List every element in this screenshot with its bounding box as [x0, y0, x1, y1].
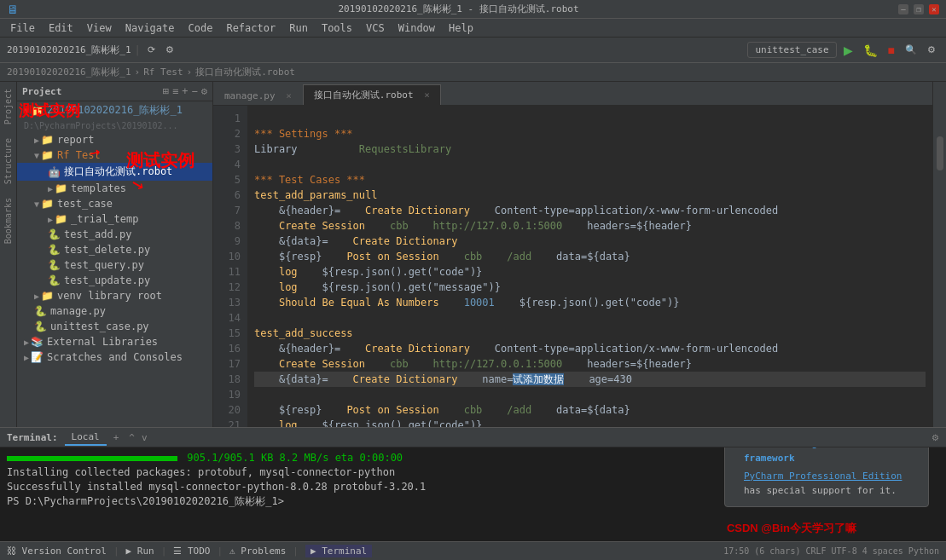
- terminal-content[interactable]: 905.1/905.1 KB 8.2 MB/s eta 0:00:00 Inst…: [0, 447, 946, 541]
- file-robot-icon: 🤖: [48, 166, 61, 178]
- tree-report[interactable]: ▶ 📁 report: [17, 132, 212, 147]
- tree-rftest[interactable]: ▼ 📁 Rf Test: [17, 147, 212, 163]
- statusbar-run[interactable]: ▶ Run: [126, 546, 154, 557]
- notification-link[interactable]: PyCharm Professional Edition: [744, 471, 902, 482]
- terminal-header: Terminal: Local + ^ v ⚙: [0, 427, 946, 447]
- tree-label-venv: venv library root: [57, 290, 162, 302]
- tree-label-templates: templates: [71, 182, 126, 194]
- breadcrumb-root[interactable]: 20190102020216_陈彬彬_1: [7, 66, 131, 78]
- tab-manage-py[interactable]: manage.py ×: [213, 86, 303, 105]
- tree-label-test-add: test_add.py: [64, 228, 131, 240]
- toolbar-settings-button[interactable]: ⚙: [162, 43, 177, 57]
- tree-label-trial: _trial_temp: [71, 213, 138, 225]
- restore-button[interactable]: ❐: [914, 4, 924, 14]
- folder-extlibs-icon: 📚: [31, 336, 44, 348]
- sidebar-gear-icon[interactable]: ⚙: [201, 85, 207, 97]
- toolbar-sync-button[interactable]: ⟳: [144, 43, 159, 57]
- file-unittest-icon: 🐍: [34, 320, 47, 332]
- run-config-label: unittest_case: [747, 42, 836, 58]
- tree-testcase[interactable]: ▼ 📁 test_case: [17, 196, 212, 211]
- tree-label-scratches: Scratches and Consoles: [47, 351, 183, 363]
- left-tab-bookmarks[interactable]: Bookmarks: [2, 191, 15, 251]
- search-button[interactable]: 🔍: [902, 43, 920, 57]
- tab-robot-label: 接口自动化测试.robot: [314, 89, 414, 101]
- app-icon: 🖥: [7, 3, 19, 16]
- menu-code[interactable]: Code: [182, 20, 220, 36]
- statusbar-problems[interactable]: ⚠ Problems: [229, 546, 286, 557]
- terminal-down-button[interactable]: v: [142, 432, 148, 443]
- menu-tools[interactable]: Tools: [315, 20, 359, 36]
- statusbar-todo[interactable]: ☰ TODO: [173, 546, 210, 557]
- statusbar-version-control[interactable]: ⛓ Version Control: [7, 546, 107, 557]
- menu-view[interactable]: View: [80, 20, 119, 36]
- menu-refactor[interactable]: Refactor: [219, 20, 282, 36]
- scrollbar-thumb[interactable]: [937, 136, 943, 170]
- file-delete-icon: 🐍: [48, 244, 61, 256]
- tree-project-path: D:\PycharmProjects\20190102...: [17, 119, 212, 132]
- gear-button[interactable]: ⚙: [924, 43, 939, 57]
- run-button[interactable]: ▶: [840, 42, 856, 59]
- folder-testcase-icon: 📁: [41, 198, 54, 210]
- minimize-button[interactable]: —: [898, 4, 908, 14]
- tree-test-query[interactable]: 🐍 test_query.py: [17, 257, 212, 273]
- debug-button[interactable]: 🐛: [860, 42, 881, 59]
- menu-file[interactable]: File: [3, 20, 42, 36]
- stop-button[interactable]: ■: [885, 42, 898, 59]
- tree-test-update[interactable]: 🐍 test_update.py: [17, 273, 212, 288]
- terminal-up-button[interactable]: ^: [129, 432, 135, 443]
- sidebar-collapse-icon[interactable]: ≡: [172, 85, 178, 97]
- tab-robot-close[interactable]: ×: [424, 89, 430, 101]
- tree-arrow-extlibs: ▶: [24, 338, 29, 347]
- tree-external-libs[interactable]: ▶ 📚 External Libraries: [17, 334, 212, 349]
- sidebar-settings-icon[interactable]: ⊞: [163, 85, 169, 97]
- tree-test-delete[interactable]: 🐍 test_delete.py: [17, 242, 212, 257]
- tree-project-root[interactable]: ▼ 📁 20190102020216_陈彬彬_1: [17, 101, 212, 119]
- tree-test-add[interactable]: 🐍 test_add.py: [17, 227, 212, 242]
- tree-venv[interactable]: ▶ 📁 venv library root: [17, 288, 212, 303]
- statusbar-terminal[interactable]: ▶ Terminal: [305, 545, 372, 557]
- toolbar: 20190102020216_陈彬彬_1 | ⟳ ⚙ unittest_case…: [0, 38, 946, 63]
- tab-robot-file[interactable]: 接口自动化测试.robot ×: [303, 84, 441, 105]
- tree-templates[interactable]: ▶ 📁 templates: [17, 181, 212, 196]
- breadcrumb-rftest[interactable]: Rf Test: [143, 66, 183, 78]
- tree-trial-temp[interactable]: ▶ 📁 _trial_temp: [17, 211, 212, 227]
- terminal-tab-local[interactable]: Local: [65, 430, 107, 446]
- tree-unittest[interactable]: 🐍 unittest_case.py: [17, 319, 212, 334]
- tab-manage-close[interactable]: ×: [286, 90, 292, 101]
- tree-label-rftest: Rf Test: [57, 149, 101, 161]
- menu-run[interactable]: Run: [282, 20, 315, 36]
- tree-manage[interactable]: 🐍 manage.py: [17, 303, 212, 319]
- sidebar-title: Project: [22, 86, 61, 97]
- menu-edit[interactable]: Edit: [42, 20, 80, 36]
- titlebar-controls: — ❐ ✕: [898, 4, 939, 14]
- menubar: File Edit View Navigate Code Refactor Ru…: [0, 19, 946, 38]
- sidebar: Project ⊞ ≡ + − ⚙ ▼ 📁 20190102020216_陈彬彬…: [17, 82, 213, 427]
- code-editor[interactable]: 12345 678910 1112131415 1617181920 21222…: [213, 106, 932, 427]
- breadcrumb: 20190102020216_陈彬彬_1 › Rf Test › 接口自动化测试…: [0, 63, 946, 82]
- progress-text: 905.1/905.1 KB 8.2 MB/s eta 0:00:00: [187, 452, 403, 464]
- tree-label-extlibs: External Libraries: [47, 336, 158, 348]
- code-content[interactable]: *** Settings *** Library RequestsLibrary…: [247, 106, 932, 427]
- tree-arrow-rftest: ▼: [34, 151, 39, 160]
- terminal-settings-button[interactable]: ⚙: [931, 433, 939, 442]
- sidebar-plus-icon[interactable]: +: [182, 85, 188, 97]
- progress-bar-visual: [7, 456, 177, 461]
- menu-help[interactable]: Help: [442, 20, 480, 36]
- menu-navigate[interactable]: Navigate: [119, 20, 182, 36]
- tree-scratches[interactable]: ▶ 📝 Scratches and Consoles: [17, 349, 212, 365]
- menu-vcs[interactable]: VCS: [359, 20, 392, 36]
- notification-popup: ℹ You are using the Flask framework PyCh…: [724, 447, 929, 507]
- left-tabs-panel: Project Structure Bookmarks: [0, 82, 17, 427]
- left-tab-project[interactable]: Project: [2, 82, 15, 131]
- left-tab-structure[interactable]: Structure: [2, 131, 15, 191]
- tree-arrow-scratches: ▶: [24, 353, 29, 362]
- tree-robot-file[interactable]: 🤖 接口自动化测试.robot: [17, 163, 212, 181]
- right-panel: [932, 82, 946, 427]
- menu-window[interactable]: Window: [392, 20, 442, 36]
- tree-label-testcase: test_case: [57, 198, 113, 210]
- sidebar-minus-icon[interactable]: −: [192, 85, 198, 97]
- breadcrumb-file[interactable]: 接口自动化测试.robot: [195, 66, 295, 78]
- folder-icon: 📁: [31, 105, 44, 117]
- terminal-add-button[interactable]: +: [113, 432, 119, 443]
- close-button[interactable]: ✕: [929, 4, 939, 14]
